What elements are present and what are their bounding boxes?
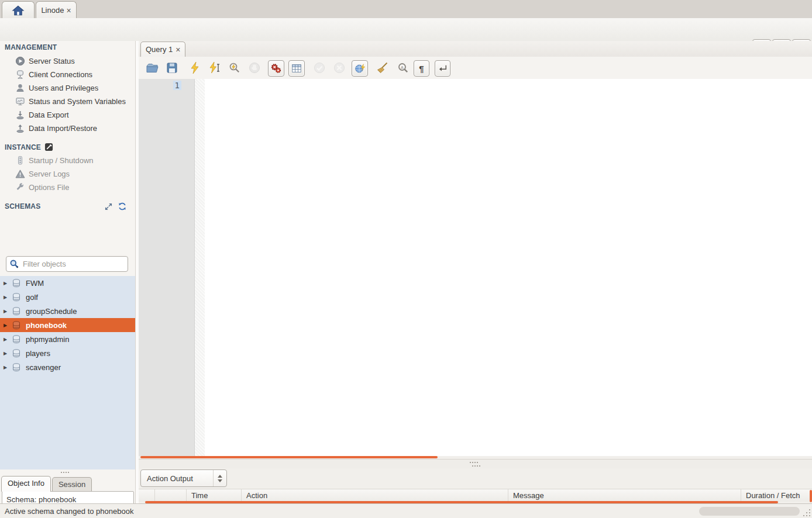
system-variables-icon xyxy=(15,96,25,106)
rollback-button xyxy=(332,60,347,75)
splitter-handle[interactable] xyxy=(470,462,471,463)
sidebar-item-server-logs[interactable]: Server Logs xyxy=(0,167,135,181)
sql-editor[interactable]: 1 xyxy=(139,79,812,456)
svg-text:A: A xyxy=(401,65,404,70)
tab-session[interactable]: Session xyxy=(52,477,92,492)
home-icon xyxy=(12,5,25,16)
schema-name: groupSchedule xyxy=(26,307,77,316)
status-bar: Active schema changed to phonebook xyxy=(0,503,812,518)
schema-icon xyxy=(12,348,21,358)
output-selector-spinner[interactable] xyxy=(213,470,226,486)
column-index[interactable] xyxy=(155,489,187,502)
expander-icon[interactable]: ▶ xyxy=(4,365,9,370)
connection-tab-close-icon[interactable]: × xyxy=(66,6,71,15)
sidebar-item-users-privileges[interactable]: Users and Privileges xyxy=(0,81,135,95)
spinner-up-icon xyxy=(218,475,222,478)
sidebar-item-label: Status and System Variables xyxy=(29,97,126,106)
object-info-text: Schema: phonebook xyxy=(6,495,133,504)
expander-icon[interactable]: ▶ xyxy=(4,309,9,314)
expander-icon[interactable]: ▶ xyxy=(4,351,9,356)
execute-current-icon xyxy=(208,61,221,74)
schema-row-players[interactable]: ▶ players xyxy=(0,346,135,360)
schema-name: golf xyxy=(26,293,38,302)
save-script-button[interactable] xyxy=(164,60,180,75)
connection-tab-label: Linode xyxy=(41,6,64,15)
expander-icon[interactable]: ▶ xyxy=(4,295,9,300)
schema-row-scavenger[interactable]: ▶ scavenger xyxy=(0,360,135,374)
connection-tab-linode[interactable]: Linode × xyxy=(36,1,77,19)
toggle-stop-on-error-button[interactable] xyxy=(268,60,284,77)
query-tab-close-icon[interactable]: × xyxy=(176,46,180,54)
editor-horizontal-scrollbar[interactable] xyxy=(140,456,438,458)
open-file-icon xyxy=(146,61,159,74)
autocommit-icon xyxy=(354,63,366,74)
sidebar-item-label: Client Connections xyxy=(29,70,92,79)
find-button[interactable]: A xyxy=(395,60,411,75)
editor-panel: Query 1 × xyxy=(139,41,812,504)
schema-row-phpmyadmin[interactable]: ▶ phpmyadmin xyxy=(0,332,135,346)
wrap-text-button[interactable] xyxy=(435,60,450,77)
data-import-icon xyxy=(15,123,25,133)
beautify-button[interactable] xyxy=(374,60,390,75)
expand-schemas-icon[interactable] xyxy=(104,202,113,211)
execute-current-button[interactable] xyxy=(207,60,222,75)
output-selector[interactable]: Action Output xyxy=(140,469,227,487)
schema-name: scavenger xyxy=(26,363,61,372)
column-message[interactable]: Message xyxy=(508,489,741,502)
limit-rows-button[interactable] xyxy=(288,60,305,77)
home-tab[interactable] xyxy=(2,1,35,19)
schema-row-golf[interactable]: ▶ golf xyxy=(0,290,135,304)
tab-object-info[interactable]: Object Info xyxy=(1,476,51,492)
show-invisibles-button[interactable]: ¶ xyxy=(414,60,429,77)
stop-on-error-icon xyxy=(270,63,282,74)
sidebar-item-startup-shutdown[interactable]: Startup / Shutdown xyxy=(0,154,135,167)
schema-list: ▶ FWM ▶ golf ▶ groupSchedule ▶ phonebook… xyxy=(0,276,135,469)
schema-icon xyxy=(12,306,21,316)
expander-icon[interactable]: ▶ xyxy=(4,323,9,328)
refresh-schemas-icon[interactable] xyxy=(118,202,127,211)
sidebar-splitter-handle[interactable] xyxy=(61,472,62,473)
schema-icon xyxy=(12,334,21,344)
sidebar-item-data-export[interactable]: Data Export xyxy=(0,108,135,122)
explain-button[interactable] xyxy=(227,60,242,75)
save-icon xyxy=(166,61,178,74)
status-scrollbar-pill xyxy=(699,507,800,516)
schema-row-phonebook-selected[interactable]: ▶ phonebook xyxy=(0,318,135,332)
schema-row-groupschedule[interactable]: ▶ groupSchedule xyxy=(0,304,135,318)
schemas-section-title: SCHEMAS xyxy=(5,202,104,210)
toggle-autocommit-button[interactable] xyxy=(352,60,368,77)
limit-rows-grid-icon xyxy=(291,63,302,74)
column-duration-fetch[interactable]: Duration / Fetch xyxy=(741,489,812,502)
window-resize-grip[interactable] xyxy=(803,509,810,516)
rollback-cross-icon xyxy=(333,61,346,74)
column-action[interactable]: Action xyxy=(242,489,508,502)
schema-row-fwm[interactable]: ▶ FWM xyxy=(0,276,135,290)
sidebar-item-server-status[interactable]: Server Status xyxy=(0,54,135,68)
instance-config-icon[interactable] xyxy=(44,143,53,151)
expander-icon[interactable]: ▶ xyxy=(4,281,9,286)
column-icon[interactable] xyxy=(139,489,155,502)
schema-icon xyxy=(12,362,21,372)
schema-name: phpmyadmin xyxy=(26,335,69,344)
splitter-handle[interactable] xyxy=(472,465,473,467)
sidebar-item-data-import[interactable]: Data Import/Restore xyxy=(0,122,135,135)
commit-button xyxy=(312,60,327,75)
sidebar-item-system-variables[interactable]: Status and System Variables xyxy=(0,95,135,108)
server-status-icon xyxy=(15,56,25,66)
execute-bolt-icon xyxy=(188,61,201,74)
sidebar-item-options-file[interactable]: Options File xyxy=(0,181,135,194)
query-tab-label: Query 1 xyxy=(146,45,173,54)
instance-section-title: INSTANCE xyxy=(5,143,41,151)
instance-section-header: INSTANCE xyxy=(5,143,53,151)
sidebar-item-client-connections[interactable]: Client Connections xyxy=(0,68,135,81)
open-file-button[interactable] xyxy=(144,60,160,75)
execute-button[interactable] xyxy=(187,60,202,75)
commit-check-icon xyxy=(313,61,326,74)
tab-query-1[interactable]: Query 1 × xyxy=(140,42,185,57)
output-vertical-scrollbar[interactable] xyxy=(810,490,812,502)
column-time[interactable]: Time xyxy=(187,489,242,502)
expander-icon[interactable]: ▶ xyxy=(4,337,9,342)
schema-filter-input[interactable] xyxy=(22,259,128,269)
output-splitter[interactable] xyxy=(139,459,812,468)
mysql-workbench-window: Linode × SQL SQL xyxy=(0,0,812,518)
